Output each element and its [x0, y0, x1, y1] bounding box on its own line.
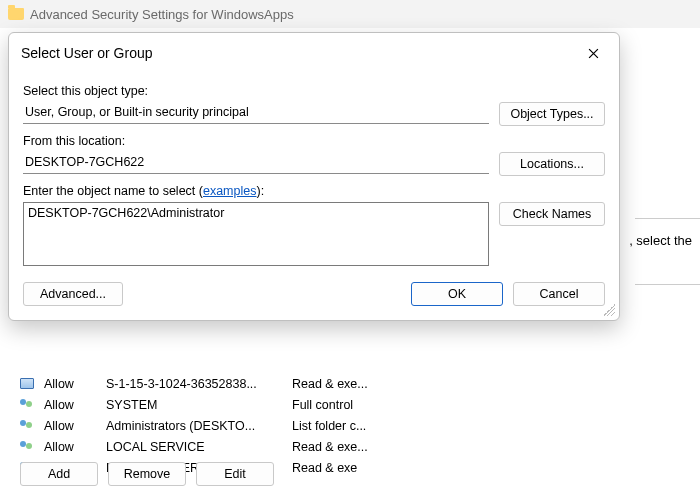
- perm-type: Allow: [44, 440, 106, 454]
- close-icon: [588, 48, 599, 59]
- examples-link[interactable]: examples: [203, 184, 257, 198]
- object-name-label-prefix: Enter the object name to select (: [23, 184, 203, 198]
- table-row[interactable]: Allow Administrators (DESKTO... List fol…: [20, 415, 680, 436]
- table-row[interactable]: Allow LOCAL SERVICE Read & exe...: [20, 436, 680, 457]
- dialog-titlebar: Select User or Group: [9, 33, 619, 70]
- object-type-label: Select this object type:: [23, 84, 605, 98]
- select-user-or-group-dialog: Select User or Group Select this object …: [8, 32, 620, 321]
- group-icon: [20, 441, 44, 453]
- divider: [635, 218, 700, 219]
- group-icon: [20, 399, 44, 411]
- object-name-label: Enter the object name to select (example…: [23, 184, 605, 198]
- dialog-title: Select User or Group: [21, 45, 153, 61]
- table-row[interactable]: Allow S-1-15-3-1024-36352838... Read & e…: [20, 373, 680, 394]
- resize-grip-icon[interactable]: [603, 304, 615, 316]
- object-type-field[interactable]: User, Group, or Built-in security princi…: [23, 102, 489, 124]
- perm-type: Allow: [44, 419, 106, 433]
- edit-button[interactable]: Edit: [196, 462, 274, 486]
- parent-window-title: Advanced Security Settings for WindowsAp…: [30, 7, 294, 22]
- permission-buttons: Add Remove Edit: [20, 462, 274, 486]
- object-types-button[interactable]: Object Types...: [499, 102, 605, 126]
- perm-principal: Administrators (DESKTO...: [106, 419, 292, 433]
- parent-titlebar: Advanced Security Settings for WindowsAp…: [0, 0, 700, 28]
- location-label: From this location:: [23, 134, 605, 148]
- perm-access: Read & exe...: [292, 377, 680, 391]
- table-row[interactable]: Allow SYSTEM Full control: [20, 394, 680, 415]
- advanced-button[interactable]: Advanced...: [23, 282, 123, 306]
- group-icon: [20, 420, 44, 432]
- perm-access: Read & exe: [292, 461, 680, 475]
- folder-icon: [8, 8, 24, 20]
- perm-type: Allow: [44, 377, 106, 391]
- perm-principal: SYSTEM: [106, 398, 292, 412]
- object-name-label-suffix: ):: [256, 184, 264, 198]
- ok-button[interactable]: OK: [411, 282, 503, 306]
- owner-hint-fragment: , select the: [629, 233, 692, 248]
- location-field[interactable]: DESKTOP-7GCH622: [23, 152, 489, 174]
- perm-principal: LOCAL SERVICE: [106, 440, 292, 454]
- perm-access: Read & exe...: [292, 440, 680, 454]
- perm-access: Full control: [292, 398, 680, 412]
- perm-principal: S-1-15-3-1024-36352838...: [106, 377, 292, 391]
- perm-access: List folder c...: [292, 419, 680, 433]
- check-names-button[interactable]: Check Names: [499, 202, 605, 226]
- perm-type: Allow: [44, 398, 106, 412]
- package-icon: [20, 378, 44, 389]
- remove-button[interactable]: Remove: [108, 462, 186, 486]
- close-button[interactable]: [579, 42, 607, 64]
- cancel-button[interactable]: Cancel: [513, 282, 605, 306]
- divider: [635, 284, 700, 285]
- locations-button[interactable]: Locations...: [499, 152, 605, 176]
- add-button[interactable]: Add: [20, 462, 98, 486]
- object-name-input[interactable]: [23, 202, 489, 266]
